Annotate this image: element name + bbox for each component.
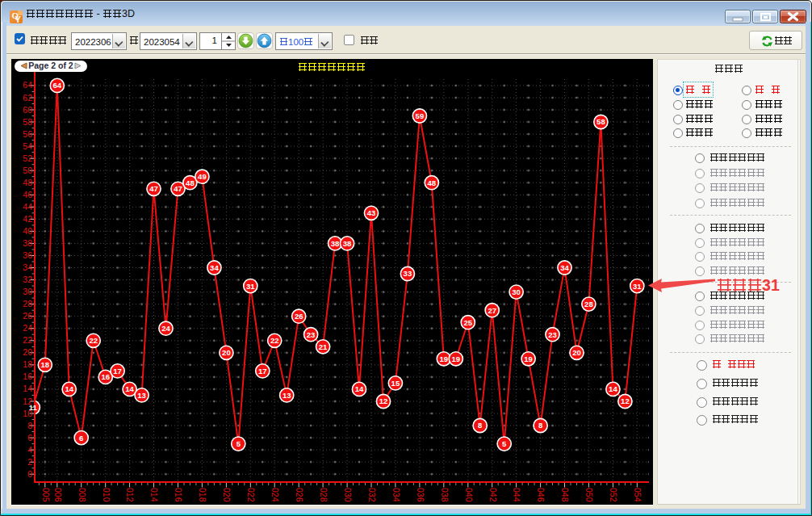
svg-text:47: 47 — [149, 184, 158, 193]
svg-text:036: 036 — [416, 488, 425, 502]
svg-text:48: 48 — [23, 178, 32, 187]
svg-text:20: 20 — [572, 348, 581, 357]
svg-text:020: 020 — [222, 488, 232, 502]
svg-text:28: 28 — [584, 300, 593, 308]
svg-text:27: 27 — [488, 306, 496, 315]
svg-text:34: 34 — [23, 262, 32, 272]
svg-text:040: 040 — [464, 488, 474, 502]
svg-text:59: 59 — [416, 111, 425, 120]
svg-text:40: 40 — [23, 226, 32, 236]
svg-text:23: 23 — [548, 330, 557, 339]
svg-text:20: 20 — [222, 348, 231, 357]
svg-text:022: 022 — [246, 488, 256, 502]
svg-text:0: 0 — [27, 469, 32, 479]
svg-text:22: 22 — [23, 335, 32, 345]
svg-text:026: 026 — [295, 488, 304, 502]
svg-text:11: 11 — [29, 403, 38, 412]
svg-text:15: 15 — [391, 379, 400, 388]
svg-text:038: 038 — [440, 488, 450, 502]
svg-text:6: 6 — [27, 433, 32, 443]
svg-text:17: 17 — [113, 367, 122, 375]
svg-text:12: 12 — [621, 396, 630, 405]
svg-text:38: 38 — [23, 238, 32, 248]
svg-text:13: 13 — [283, 391, 291, 400]
svg-text:49: 49 — [198, 172, 207, 181]
svg-text:042: 042 — [488, 488, 498, 502]
svg-text:005: 005 — [41, 488, 51, 502]
svg-text:044: 044 — [512, 488, 521, 502]
svg-text:33: 33 — [404, 269, 412, 278]
svg-text:47: 47 — [174, 184, 182, 193]
svg-text:048: 048 — [560, 488, 570, 502]
svg-text:014: 014 — [149, 488, 159, 502]
svg-text:64: 64 — [23, 80, 32, 90]
svg-text:46: 46 — [23, 190, 32, 199]
svg-text:8: 8 — [538, 421, 542, 430]
svg-text:54: 54 — [23, 141, 32, 151]
svg-text:42: 42 — [23, 214, 32, 224]
svg-text:58: 58 — [23, 117, 32, 127]
svg-text:5: 5 — [236, 439, 241, 448]
svg-text:58: 58 — [596, 117, 605, 126]
svg-text:18: 18 — [41, 360, 50, 369]
svg-text:64: 64 — [53, 81, 62, 90]
svg-text:16: 16 — [101, 372, 110, 381]
svg-text:62: 62 — [23, 93, 32, 103]
svg-text:22: 22 — [270, 336, 279, 345]
svg-text:030: 030 — [343, 488, 353, 502]
svg-text:18: 18 — [23, 359, 32, 369]
svg-text:046: 046 — [536, 488, 546, 502]
svg-text:24: 24 — [23, 323, 32, 333]
svg-text:48: 48 — [186, 178, 195, 187]
svg-text:14: 14 — [23, 384, 32, 393]
svg-text:16: 16 — [23, 371, 32, 381]
svg-text:2: 2 — [27, 457, 32, 467]
svg-text:14: 14 — [355, 384, 364, 393]
svg-text:60: 60 — [23, 105, 32, 115]
svg-text:19: 19 — [452, 354, 461, 363]
svg-text:14: 14 — [125, 384, 134, 393]
svg-text:8: 8 — [27, 421, 32, 430]
svg-text:032: 032 — [367, 488, 377, 502]
svg-text:012: 012 — [125, 488, 135, 502]
svg-text:30: 30 — [23, 287, 32, 296]
svg-text:24: 24 — [161, 324, 170, 333]
svg-text:050: 050 — [584, 488, 594, 502]
svg-text:22: 22 — [89, 336, 98, 345]
svg-text:19: 19 — [440, 354, 449, 363]
svg-text:32: 32 — [23, 275, 32, 284]
svg-text:38: 38 — [331, 239, 340, 248]
svg-text:28: 28 — [23, 299, 32, 308]
svg-text:13: 13 — [137, 391, 146, 400]
svg-text:14: 14 — [609, 384, 617, 393]
svg-text:30: 30 — [512, 287, 521, 296]
svg-text:48: 48 — [428, 178, 437, 187]
svg-text:016: 016 — [174, 488, 183, 502]
svg-text:8: 8 — [478, 421, 482, 430]
svg-text:25: 25 — [464, 318, 473, 327]
svg-text:26: 26 — [23, 311, 32, 321]
svg-text:38: 38 — [343, 239, 352, 248]
svg-text:43: 43 — [367, 208, 376, 217]
svg-text:034: 034 — [391, 488, 401, 502]
svg-text:31: 31 — [633, 282, 642, 291]
svg-text:44: 44 — [23, 202, 32, 212]
svg-text:19: 19 — [524, 354, 533, 363]
svg-text:024: 024 — [270, 488, 280, 502]
svg-text:028: 028 — [319, 488, 329, 502]
svg-text:50: 50 — [23, 166, 32, 175]
svg-text:6: 6 — [79, 434, 83, 443]
svg-text:56: 56 — [23, 129, 32, 139]
svg-text:010: 010 — [102, 488, 111, 502]
svg-text:14: 14 — [65, 384, 73, 393]
svg-text:52: 52 — [23, 153, 32, 163]
svg-text:20: 20 — [23, 347, 32, 357]
svg-text:31: 31 — [246, 282, 255, 291]
svg-text:054: 054 — [633, 488, 642, 502]
svg-text:008: 008 — [77, 488, 87, 502]
svg-text:34: 34 — [560, 263, 569, 272]
svg-text:006: 006 — [53, 488, 63, 502]
svg-text:34: 34 — [210, 263, 219, 272]
svg-text:21: 21 — [319, 342, 328, 351]
svg-text:23: 23 — [307, 330, 316, 339]
